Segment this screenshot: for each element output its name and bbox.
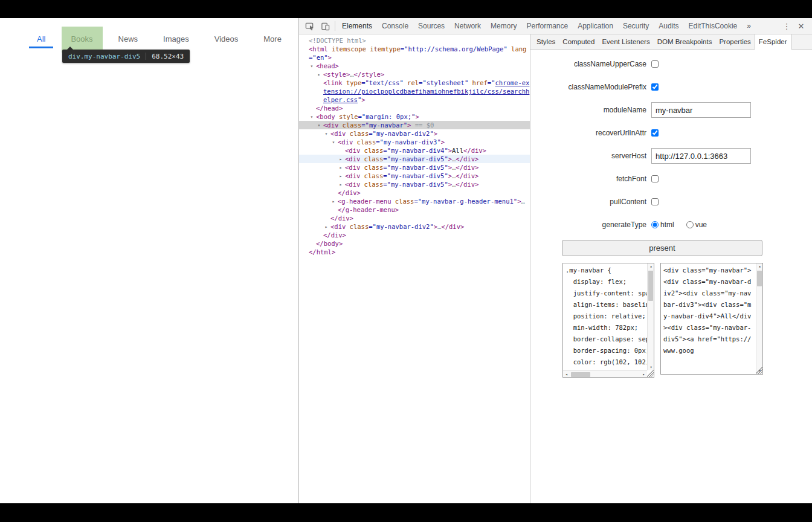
- pullContent-checkbox[interactable]: [651, 198, 659, 205]
- field-control: [651, 198, 659, 205]
- collapse-arrow-icon[interactable]: ▾: [323, 130, 330, 138]
- css-vertical-scrollbar[interactable]: ▴ ▾: [647, 263, 654, 370]
- devtools-tab-memory[interactable]: Memory: [486, 18, 521, 34]
- devtools-menu-icon[interactable]: ⋮: [779, 22, 794, 31]
- dom-token: <div: [345, 164, 360, 171]
- scroll-up-icon[interactable]: ▴: [756, 263, 763, 269]
- fetchFont-checkbox[interactable]: [651, 175, 659, 182]
- expand-arrow-icon[interactable]: ▸: [315, 71, 323, 79]
- scroll-thumb[interactable]: [571, 372, 590, 377]
- present-button[interactable]: present: [562, 240, 762, 256]
- search-tab-videos[interactable]: Videos: [211, 33, 242, 46]
- dom-tree-row[interactable]: </head>: [299, 104, 530, 112]
- css-horizontal-scrollbar[interactable]: ◂ ▸: [563, 370, 647, 377]
- dom-tree-row[interactable]: </div>: [299, 214, 530, 222]
- scroll-right-icon[interactable]: ▸: [640, 372, 647, 378]
- expand-arrow-icon[interactable]: ▸: [323, 223, 330, 231]
- devtools-tab-performance[interactable]: Performance: [521, 18, 573, 34]
- expand-arrow-icon[interactable]: ▸: [337, 164, 344, 172]
- generateType-option-html[interactable]: html: [651, 221, 674, 229]
- expand-arrow-icon[interactable]: ▸: [330, 198, 337, 206]
- sidebar-tab-computed[interactable]: Computed: [559, 34, 598, 49]
- dom-tree-row[interactable]: <div class="my-navbar-div4">All</div>: [299, 146, 530, 155]
- expand-arrow-icon[interactable]: ▸: [337, 181, 344, 189]
- dom-token: >: [441, 138, 445, 146]
- field-control: [651, 175, 659, 182]
- sidebar-tab-properties[interactable]: Properties: [715, 34, 754, 49]
- scroll-thumb[interactable]: [648, 271, 653, 301]
- devtools-tab-security[interactable]: Security: [618, 18, 654, 34]
- inspect-element-icon[interactable]: [301, 18, 317, 34]
- dom-tree-row[interactable]: ▾<div class="my-navbar-div3">: [299, 138, 530, 146]
- dom-tree-row[interactable]: </html>: [299, 248, 530, 256]
- serverHost-input[interactable]: [651, 148, 751, 164]
- collapse-arrow-icon[interactable]: ▾: [308, 113, 315, 121]
- search-tab-all[interactable]: All: [34, 33, 48, 46]
- recoverUrlInAttr-checkbox[interactable]: [651, 129, 659, 137]
- dom-tree-row[interactable]: </div>: [299, 188, 530, 197]
- vue-radio[interactable]: [686, 221, 694, 228]
- dom-tree-row[interactable]: ▸<div class="my-navbar-div5">…</div>: [299, 180, 530, 188]
- devtools-tab-network[interactable]: Network: [450, 18, 486, 34]
- dom-tree-row[interactable]: ▾<div class="my-navbar"> == $0: [299, 121, 530, 129]
- sidebar-tab-dom-breakpoints[interactable]: DOM Breakpoints: [654, 34, 716, 49]
- dom-tree-row[interactable]: <html itemscope itemtype="http://schema.…: [299, 45, 530, 62]
- classNameUpperCase-checkbox[interactable]: [651, 60, 659, 68]
- dom-tree-row[interactable]: ▸<style>…</style>: [299, 70, 530, 79]
- collapse-arrow-icon[interactable]: ▾: [308, 62, 315, 71]
- dom-token: ="my-navbar": [361, 121, 407, 129]
- dom-tree-row[interactable]: <link type="text/css" rel="stylesheet" h…: [299, 79, 530, 104]
- expand-arrow-icon[interactable]: ▸: [337, 155, 344, 164]
- dom-tree-row[interactable]: ▸<div class="my-navbar-div5">…</div>: [299, 163, 530, 172]
- scroll-thumb[interactable]: [757, 271, 762, 286]
- devtools-tab-audits[interactable]: Audits: [654, 18, 683, 34]
- sidebar-tab-fespider[interactable]: FeSpider: [755, 34, 791, 50]
- dom-tree-row[interactable]: ▸<div class="my-navbar-div5">…</div>: [299, 172, 530, 180]
- search-tab-images[interactable]: Images: [160, 33, 192, 46]
- html-vertical-scrollbar[interactable]: ▴ ▾: [756, 263, 762, 374]
- scroll-down-icon[interactable]: ▾: [648, 364, 654, 370]
- search-tab-more[interactable]: More: [260, 33, 285, 46]
- expand-arrow-icon[interactable]: ▸: [337, 172, 344, 181]
- search-tab-news[interactable]: News: [115, 33, 141, 46]
- html-output-text: <div class="my-navbar"><div class="my-na…: [661, 263, 756, 358]
- dom-tree-row[interactable]: ▾<div class="my-navbar-div2">: [299, 129, 530, 138]
- moduleName-input[interactable]: [651, 102, 751, 118]
- dom-tree-row[interactable]: ▾<body style="margin: 0px;">: [299, 112, 530, 121]
- sidebar-tab-event-listeners[interactable]: Event Listeners: [598, 34, 653, 49]
- dom-token: =": [488, 79, 495, 86]
- dom-token: <div: [345, 172, 360, 179]
- dom-tree-row[interactable]: ▾<head>: [299, 62, 530, 70]
- classNameModulePrefix-checkbox[interactable]: [651, 83, 659, 91]
- resize-grip-icon[interactable]: [756, 367, 762, 374]
- more-tabs-chevron-icon[interactable]: »: [742, 18, 756, 34]
- dom-tree-row[interactable]: ▸<g-header-menu class="my-navbar-g-heade…: [299, 197, 530, 205]
- dom-token: </div>: [330, 214, 353, 222]
- devtools-close-icon[interactable]: ✕: [794, 22, 808, 31]
- dom-tree-row[interactable]: ▸<div class="my-navbar-div2">…</div>: [299, 222, 530, 231]
- search-tab-books[interactable]: Books: [68, 33, 95, 46]
- html-radio[interactable]: [651, 221, 659, 228]
- devtools-tab-elements[interactable]: Elements: [337, 18, 377, 34]
- dom-tree-row[interactable]: ▸<div class="my-navbar-div5">…</div>: [299, 155, 530, 163]
- dom-tree-row[interactable]: </body>: [299, 239, 530, 248]
- dom-tree-row[interactable]: </div>: [299, 231, 530, 239]
- html-output-textarea[interactable]: <div class="my-navbar"><div class="my-na…: [660, 263, 763, 375]
- device-toolbar-icon[interactable]: [317, 18, 333, 34]
- scroll-left-icon[interactable]: ◂: [563, 372, 570, 378]
- dom-tree-row[interactable]: </g-header-menu>: [299, 205, 530, 214]
- devtools-tab-editthiscookie[interactable]: EditThisCookie: [684, 18, 743, 34]
- dom-tree-row[interactable]: <!DOCTYPE html>: [299, 36, 530, 45]
- devtools-tab-application[interactable]: Application: [573, 18, 618, 34]
- collapse-arrow-icon[interactable]: ▾: [315, 121, 323, 130]
- css-output-textarea[interactable]: .my-navbar { display: flex; justify-cont…: [562, 263, 654, 378]
- collapse-arrow-icon[interactable]: ▾: [330, 138, 337, 147]
- fespider-row: classNameModulePrefix: [530, 76, 812, 98]
- dom-token: ="stylesheet": [419, 79, 468, 86]
- resize-grip-icon[interactable]: [647, 370, 654, 377]
- sidebar-tab-styles[interactable]: Styles: [533, 34, 559, 49]
- generateType-option-vue[interactable]: vue: [686, 221, 707, 229]
- scroll-up-icon[interactable]: ▴: [648, 263, 654, 269]
- devtools-tab-sources[interactable]: Sources: [413, 18, 450, 34]
- devtools-tab-console[interactable]: Console: [377, 18, 413, 34]
